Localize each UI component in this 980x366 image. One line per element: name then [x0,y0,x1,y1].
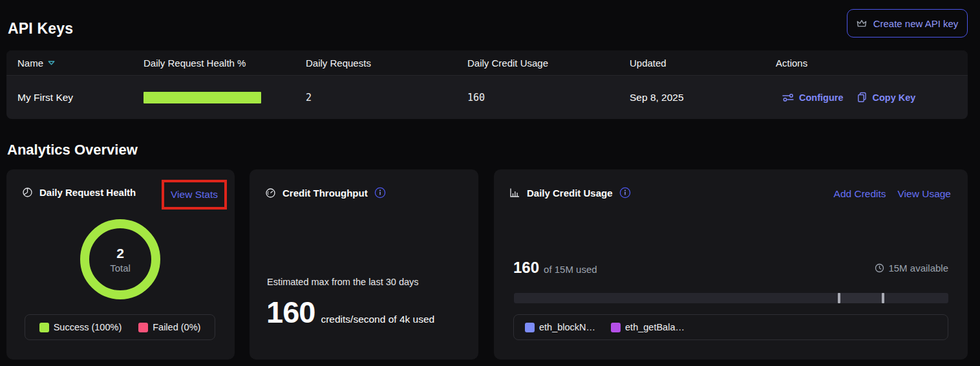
progress-tick-marker [882,293,884,303]
sort-chevron-down-icon [48,61,55,65]
actions-cell: Configure Copy Key [776,92,968,103]
api-keys-table: Name Daily Request Health % Daily Reques… [6,50,968,119]
analytics-overview-title: Analytics Overview [7,142,138,158]
legend-item-eth-getbalance: eth_getBala… [611,322,685,332]
credits-available-label: 15M available [888,263,948,274]
create-api-key-button[interactable]: Create new API key [847,9,968,38]
throughput-subtitle: Estimated max from the last 30 days [267,277,419,287]
donut-total-label: Total [110,263,131,274]
daily-credit-usage-cell: 160 [467,92,630,103]
column-header-actions: Actions [776,58,968,69]
info-icon[interactable] [619,187,631,199]
table-header-row: Name Daily Request Health % Daily Reques… [6,50,968,75]
key-name-cell: My First Key [6,92,144,103]
credits-used-suffix: of 15M used [544,264,597,275]
view-usage-link[interactable]: View Usage [898,188,951,200]
copy-key-button[interactable]: Copy Key [857,92,915,103]
clock-icon [875,263,884,273]
request-health-donut-chart: 2 Total [80,219,160,299]
view-stats-link[interactable]: View Stats [171,189,218,200]
card-title-credit-throughput: Credit Throughput [282,188,368,199]
card-title-daily-credit-usage: Daily Credit Usage [527,188,613,199]
daily-requests-cell: 2 [306,92,467,103]
page-title: API Keys [8,20,73,38]
table-row: My First Key 2 160 Sep 8, 2025 Configure… [6,75,968,119]
credit-throughput-card: Credit Throughput Estimated max from the… [250,169,478,360]
annotation-highlight-box: View Stats [162,180,227,210]
info-icon[interactable] [374,187,386,199]
configure-button[interactable]: Configure [782,92,843,103]
legend-item-eth-blocknumber: eth_blockN… [525,322,595,332]
column-header-daily-credit-usage: Daily Credit Usage [467,58,630,69]
legend-item-failed: Failed (0%) [138,322,200,332]
column-header-updated: Updated [630,58,776,69]
daily-request-health-card: Daily Request Health View Stats 2 Total … [6,169,235,360]
column-header-health: Daily Request Health % [144,58,306,69]
crown-icon [857,19,867,28]
updated-cell: Sep 8, 2025 [630,92,776,103]
progress-segment [838,293,882,303]
pie-chart-icon [22,187,33,198]
legend-item-success: Success (100%) [39,322,122,332]
gauge-icon [265,188,276,199]
card-title-daily-request-health: Daily Request Health [39,187,136,198]
donut-total-value: 2 [116,246,124,261]
sliders-icon [782,93,794,102]
health-legend: Success (100%) Failed (0%) [25,314,215,340]
bar-chart-icon [509,188,520,198]
eth-getbalance-swatch [611,323,621,332]
throughput-value-suffix: credits/second of 4k used [321,314,434,325]
column-header-daily-requests: Daily Requests [306,58,467,69]
usage-legend: eth_blockN… eth_getBala… [513,314,948,340]
failed-swatch [138,323,148,332]
progress-tick-marker [838,293,840,303]
copy-icon [857,92,867,103]
column-header-name[interactable]: Name [6,58,144,69]
add-credits-link[interactable]: Add Credits [834,188,886,200]
daily-credit-usage-card: Daily Credit Usage Add Credits View Usag… [494,169,968,360]
credit-usage-progress-bar [514,293,948,303]
create-api-key-label: Create new API key [873,18,959,29]
health-percent-bar [144,92,261,103]
success-swatch [39,323,49,332]
throughput-value: 160 [266,294,315,330]
eth-blocknumber-swatch [525,323,535,332]
credits-used-value: 160 [513,259,539,277]
